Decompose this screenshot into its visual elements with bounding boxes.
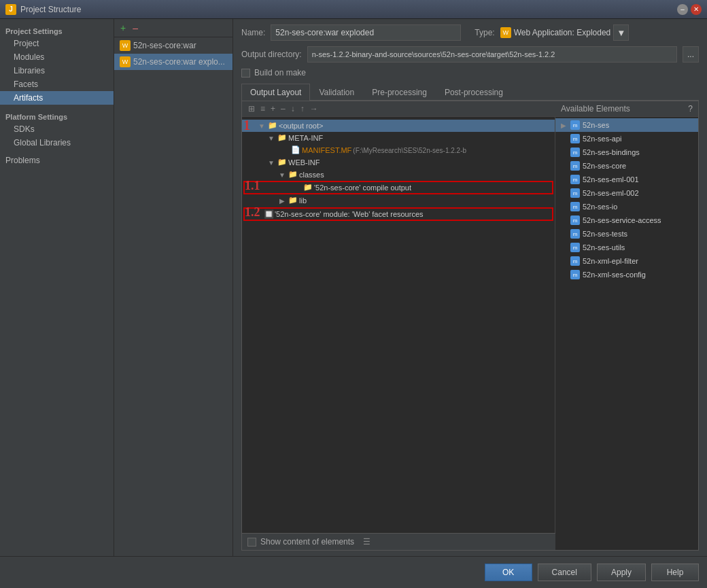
tree-label-manifest-extra: (F:\MyResearch\SES\52n-ses-1.2.2-b [353,147,466,154]
file-tree: 1 ▼ 📁 <output root> ▼ 📁 META-INF [242,117,555,533]
available-item-52n-ses-core[interactable]: m 52n-ses-core [555,159,698,173]
cancel-button[interactable]: Cancel [538,564,591,581]
tabs-row: Output Layout Validation Pre-processing … [241,83,699,101]
close-button[interactable]: ✕ [691,4,702,15]
module-icon-bindings: m [570,148,580,157]
show-content-checkbox[interactable] [247,538,256,547]
title-bar: J Project Structure – ✕ [0,0,707,19]
apply-button[interactable]: Apply [597,564,646,581]
available-item-52n-ses-utils[interactable]: m 52n-ses-utils [555,241,698,254]
project-settings-header: Project Settings [0,24,114,37]
sidebar-item-project[interactable]: Project [0,37,114,50]
available-label-service: 52n-ses-service-access [583,216,661,224]
folder-icon-meta: 📁 [277,133,287,143]
module-icon-utils: m [570,243,580,252]
available-item-52n-ses-eml-002[interactable]: m 52n-ses-eml-002 [555,186,698,200]
available-item-52n-ses-api[interactable]: m 52n-ses-api [555,132,698,145]
tree-label-web-inf: WEB-INF [288,158,320,167]
available-item-52n-xml-ses-config[interactable]: m 52n-xml-ses-config [555,268,698,281]
platform-settings-header: Platform Settings [0,107,114,122]
artifact-list-panel: + – W 52n-ses-core:war W 52n-ses-core:wa… [114,19,233,556]
available-elements-header: Available Elements ? [555,101,698,117]
tree-item-output-root[interactable]: ▼ 📁 <output root> [242,120,555,132]
tree-item-facet-resources[interactable]: 🔲 '52n-ses-core' module: 'Web' facet res… [245,208,552,220]
available-item-52n-ses-bindings[interactable]: m 52n-ses-bindings [555,145,698,159]
output-bottom: Show content of elements ☰ [242,533,555,550]
tree-label-lib: lib [299,196,307,205]
tree-label-manifest: MANIFEST.MF [302,146,351,154]
app-icon: J [5,4,16,15]
module-icon-service: m [570,215,580,225]
artifact-icon-war-exploded: W [120,56,131,67]
available-item-52n-ses-io[interactable]: m 52n-ses-io [555,200,698,213]
available-item-52n-ses[interactable]: ▶ m 52n-ses [555,118,698,132]
name-input[interactable] [271,24,461,41]
minimize-button[interactable]: – [677,4,688,15]
available-label-eml002: 52n-ses-eml-002 [583,189,639,197]
tree-toggle-classes: ▼ [277,171,287,179]
title-bar-buttons: – ✕ [677,4,702,15]
tab-pre-processing[interactable]: Pre-processing [363,84,436,101]
output-layout-panel: ⊞ ≡ + – ↓ ↑ → 1 ▼ [241,101,699,551]
tab-validation[interactable]: Validation [310,84,363,101]
artifact-label-war: 52n-ses-core:war [133,41,196,50]
tree-item-meta-inf[interactable]: ▼ 📁 META-INF [242,132,555,144]
tree-item-compile-output[interactable]: 📁 '52n-ses-core' compile output [245,181,552,194]
available-label-ses-config: 52n-xml-ses-config [583,271,646,279]
main-container: Project Settings Project Modules Librari… [0,19,707,588]
browse-button[interactable]: ... [683,46,699,63]
remove-artifact-button[interactable]: – [131,22,140,34]
sidebar-item-modules[interactable]: Modules [0,50,114,64]
available-item-52n-ses-service-access[interactable]: m 52n-ses-service-access [555,213,698,227]
tree-item-web-inf[interactable]: ▼ 📁 WEB-INF [242,156,555,169]
tab-post-processing[interactable]: Post-processing [436,84,512,101]
available-label-core: 52n-ses-core [583,162,626,170]
available-label-bindings: 52n-ses-bindings [583,148,640,156]
type-dropdown-button[interactable]: ▼ [613,24,629,41]
tree-add-btn[interactable]: + [269,103,277,114]
available-label-io: 52n-ses-io [583,203,617,211]
tree-up-btn[interactable]: ↑ [298,103,307,114]
module-icon-epl: m [570,256,580,266]
artifact-icon-war: W [120,40,131,51]
output-dir-input[interactable] [307,46,677,63]
available-item-52n-xml-epl-filter[interactable]: m 52n-xml-epl-filter [555,254,698,268]
build-on-make-checkbox[interactable] [241,69,250,77]
add-artifact-button[interactable]: + [118,22,128,34]
sidebar-item-facets[interactable]: Facets [0,77,114,91]
available-elements-help-icon[interactable]: ? [688,104,693,114]
tree-item-lib[interactable]: ▶ 📁 lib [242,194,555,207]
ok-button[interactable]: OK [485,564,532,581]
module-icon-eml001: m [570,175,580,184]
artifact-item-war-exploded[interactable]: W 52n-ses-core:war explo... [114,54,232,70]
tree-list-btn[interactable]: ≡ [258,103,267,114]
step-11-label: 1.1 [245,179,260,192]
available-item-52n-ses-eml-001[interactable]: m 52n-ses-eml-001 [555,173,698,186]
sidebar-item-artifacts[interactable]: Artifacts [0,91,114,105]
tree-label-compile-output: '52n-ses-core' compile output [314,184,411,192]
tree-label-classes: classes [299,171,324,179]
tab-output-layout[interactable]: Output Layout [241,84,310,101]
help-button[interactable]: Help [651,564,699,581]
sidebar-item-problems[interactable]: Problems [0,154,114,167]
name-type-row: Name: Type: W Web Application: Exploded … [241,24,699,41]
tree-item-manifest[interactable]: 📄 MANIFEST.MF (F:\MyResearch\SES\52n-ses… [242,144,555,156]
tree-toggle-root: ▼ [257,122,266,130]
show-content-menu-button[interactable]: ☰ [361,536,373,547]
available-elements-title: Available Elements [561,104,630,114]
sidebar-item-libraries[interactable]: Libraries [0,64,114,77]
available-item-52n-ses-tests[interactable]: m 52n-ses-tests [555,227,698,241]
artifact-item-war[interactable]: W 52n-ses-core:war [114,37,232,54]
tree-down-btn[interactable]: ↓ [289,103,297,114]
tree-remove-btn[interactable]: – [279,103,288,114]
module-icon-api: m [570,134,580,143]
sidebar-item-global-libraries[interactable]: Global Libraries [0,136,114,150]
tree-right-btn[interactable]: → [308,103,320,114]
output-dir-row: Output directory: ... [241,46,699,63]
available-label-api: 52n-ses-api [583,135,621,143]
module-icon-tests: m [570,229,580,239]
available-label-utils: 52n-ses-utils [583,243,625,252]
tree-item-classes[interactable]: ▼ 📁 classes [242,169,555,181]
sidebar-item-sdks[interactable]: SDKs [0,122,114,136]
tree-layout-btn[interactable]: ⊞ [246,103,257,114]
